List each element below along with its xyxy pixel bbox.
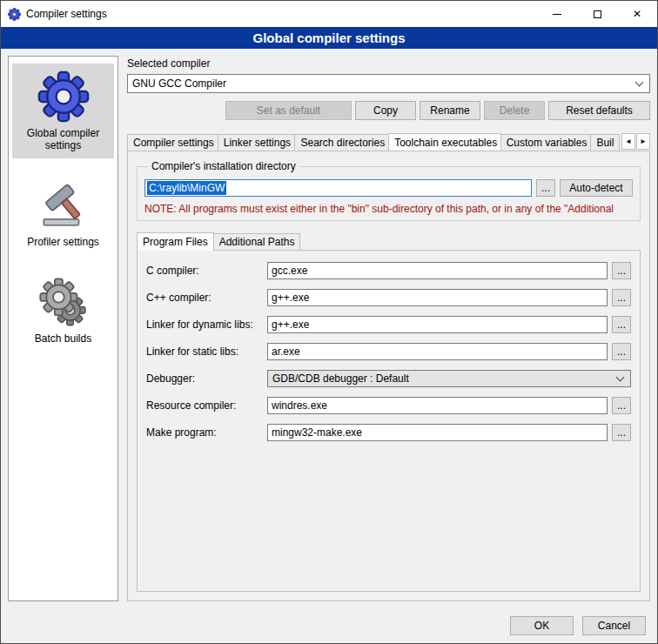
installation-directory-row: C:\raylib\MinGW ... Auto-detect — [144, 179, 633, 197]
static-linker-label: Linker for static libs: — [146, 345, 263, 358]
debugger-value: GDB/CDB debugger : Default — [272, 372, 409, 385]
close-icon: ✕ — [633, 8, 641, 20]
debugger-row: Debugger: GDB/CDB debugger : Default — [146, 370, 631, 387]
static-linker-browse-button[interactable]: ... — [612, 343, 631, 360]
maximize-button[interactable] — [577, 1, 617, 27]
tab-scroll-right-button[interactable]: ► — [636, 133, 650, 150]
tab-scroll-left-button[interactable]: ◄ — [621, 133, 635, 150]
minimize-icon — [553, 14, 561, 15]
window-controls: ✕ — [537, 1, 657, 27]
debugger-dropdown[interactable]: GDB/CDB debugger : Default — [267, 370, 631, 387]
compiler-settings-window: Compiler settings ✕ Global compiler sett… — [0, 0, 658, 644]
hammer-icon — [39, 179, 88, 231]
sidebar-item-label: Profiler settings — [27, 236, 99, 248]
resource-compiler-row: Resource compiler: ... — [146, 397, 631, 414]
c-compiler-label: C compiler: — [146, 265, 263, 277]
reset-defaults-button[interactable]: Reset defaults — [548, 101, 650, 120]
installation-directory-browse-button[interactable]: ... — [536, 179, 555, 197]
window-title: Compiler settings — [26, 8, 107, 20]
tab-linker-settings[interactable]: Linker settings — [218, 134, 296, 151]
main-settings-area: Selected compiler GNU GCC Compiler Set a… — [127, 56, 650, 601]
cpp-compiler-browse-button[interactable]: ... — [612, 289, 631, 306]
chevron-down-icon — [616, 372, 625, 381]
window-app-icon — [8, 8, 21, 21]
make-program-label: Make program: — [146, 426, 263, 439]
tab-toolchain-executables[interactable]: Toolchain executables — [388, 133, 501, 151]
selected-compiler-value: GNU GCC Compiler — [132, 77, 226, 90]
sidebar-item-profiler-settings[interactable]: Profiler settings — [12, 172, 114, 255]
titlebar: Compiler settings ✕ — [1, 1, 657, 27]
selected-compiler-label: Selected compiler — [127, 57, 650, 70]
installation-directory-value: C:\raylib\MinGW — [147, 181, 226, 195]
settings-category-list: Global compiler settings Profiler settin… — [8, 56, 118, 601]
tab-custom-variables[interactable]: Custom variables — [500, 134, 592, 151]
selected-compiler-dropdown[interactable]: GNU GCC Compiler — [127, 74, 650, 93]
auto-detect-button[interactable]: Auto-detect — [560, 179, 633, 197]
blue-gear-icon — [37, 70, 90, 123]
dynamic-linker-input[interactable] — [267, 316, 608, 333]
cpp-compiler-row: C++ compiler: ... — [146, 289, 631, 306]
sidebar-item-batch-builds[interactable]: Batch builds — [12, 269, 114, 352]
static-linker-input[interactable] — [267, 343, 608, 360]
sidebar-item-label: Global compiler settings — [14, 127, 112, 151]
tab-scroll-buttons: ◄ ► — [621, 133, 650, 150]
compiler-action-buttons: Set as default Copy Rename Delete Reset … — [127, 101, 650, 120]
installation-directory-input[interactable]: C:\raylib\MinGW — [144, 179, 532, 197]
bin-subdirectory-note: NOTE: All programs must exist either in … — [144, 203, 633, 215]
installation-directory-groupbox: Compiler's installation directory C:\ray… — [137, 160, 641, 221]
c-compiler-input[interactable] — [267, 262, 608, 279]
make-program-input[interactable] — [267, 424, 608, 441]
executables-subtabstrip: Program Files Additional Paths — [137, 231, 641, 250]
resource-compiler-input[interactable] — [267, 397, 608, 414]
gray-gears-icon — [37, 276, 90, 328]
resource-compiler-label: Resource compiler: — [146, 399, 263, 412]
close-button[interactable]: ✕ — [617, 1, 657, 27]
tab-search-directories[interactable]: Search directories — [294, 134, 389, 151]
program-files-panel: C compiler: ... C++ compiler: ... Linker… — [137, 250, 641, 592]
copy-button[interactable]: Copy — [355, 101, 416, 120]
chevron-down-icon — [635, 77, 644, 86]
cancel-button[interactable]: Cancel — [582, 616, 646, 635]
dialog-header: Global compiler settings — [1, 27, 657, 49]
ok-button[interactable]: OK — [510, 616, 574, 635]
dynamic-linker-label: Linker for dynamic libs: — [146, 319, 263, 331]
subtab-program-files[interactable]: Program Files — [137, 232, 214, 251]
cpp-compiler-label: C++ compiler: — [146, 292, 263, 304]
installation-directory-group-label: Compiler's installation directory — [148, 160, 299, 172]
c-compiler-row: C compiler: ... — [146, 262, 631, 279]
maximize-icon — [594, 10, 601, 18]
subtab-additional-paths[interactable]: Additional Paths — [213, 233, 301, 250]
make-program-browse-button[interactable]: ... — [612, 424, 631, 441]
rename-button[interactable]: Rename — [420, 101, 480, 120]
toolchain-executables-panel: Compiler's installation directory C:\ray… — [127, 151, 650, 601]
sidebar-item-label: Batch builds — [35, 332, 91, 345]
c-compiler-browse-button[interactable]: ... — [612, 262, 631, 279]
tab-compiler-settings[interactable]: Compiler settings — [127, 134, 218, 151]
dynamic-linker-browse-button[interactable]: ... — [612, 316, 631, 333]
make-program-row: Make program: ... — [146, 424, 631, 441]
dialog-footer: OK Cancel — [1, 608, 657, 643]
dialog-body: Global compiler settings Profiler settin… — [1, 49, 657, 608]
delete-button[interactable]: Delete — [484, 101, 545, 120]
settings-tabstrip: Compiler settings Linker settings Search… — [127, 132, 650, 151]
sidebar-item-global-compiler-settings[interactable]: Global compiler settings — [12, 64, 114, 158]
cpp-compiler-input[interactable] — [267, 289, 608, 306]
resource-compiler-browse-button[interactable]: ... — [612, 397, 631, 414]
dynamic-linker-row: Linker for dynamic libs: ... — [146, 316, 631, 333]
set-as-default-button[interactable]: Set as default — [225, 101, 352, 120]
static-linker-row: Linker for static libs: ... — [146, 343, 631, 360]
tab-build-options[interactable]: Buil — [590, 134, 620, 151]
minimize-button[interactable] — [537, 1, 577, 27]
debugger-label: Debugger: — [146, 372, 263, 385]
